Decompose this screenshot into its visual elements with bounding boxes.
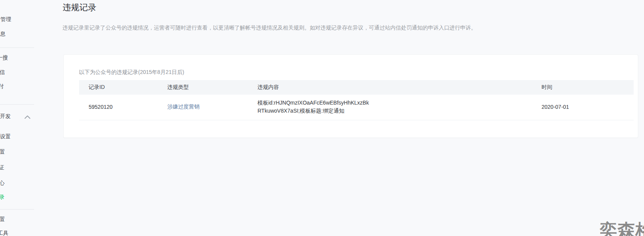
- cell-time: 2020-07-01: [532, 95, 634, 120]
- violation-records-card: 以下为公众号的违规记录(2015年8月21日后) 记录ID 违规类型 违规内容 …: [63, 54, 638, 138]
- watermark-logo: 奕森格: [599, 219, 644, 236]
- col-header-record-id: 记录ID: [79, 80, 158, 95]
- records-subtitle: 以下为公众号的违规记录(2015年8月21日后): [79, 69, 184, 76]
- violation-content-line-2: RTkuwoV8X7aSI;模板标题:绑定通知: [258, 107, 532, 115]
- col-header-violation-content: 违规内容: [248, 80, 532, 95]
- main-content: 违规记录 违规记录里记录了公众号的违规情况，运营者可随时进行查看，以更清晰了解帐…: [0, 0, 644, 236]
- col-header-violation-type: 违规类型: [158, 80, 248, 95]
- table-row: 59520120 涉嫌过度营销 模板id:rHJNQmzIXOaAFcE6wEB…: [79, 95, 634, 120]
- page-title: 违规记录: [63, 2, 96, 13]
- violation-records-table: 记录ID 违规类型 违规内容 时间 59520120 涉嫌过度营销 模板id:r…: [79, 80, 634, 120]
- cell-violation-type: 涉嫌过度营销: [158, 95, 248, 120]
- violation-type-link[interactable]: 涉嫌过度营销: [167, 103, 200, 110]
- violation-content-line-1: 模板id:rHJNQmzIXOaAFcE6wEBfsyHhKLxzBk: [258, 99, 532, 107]
- table-header-row: 记录ID 违规类型 违规内容 时间: [79, 80, 634, 95]
- page-description: 违规记录里记录了公众号的违规情况，运营者可随时进行查看，以更清晰了解帐号违规情况…: [63, 25, 476, 31]
- col-header-time: 时间: [532, 80, 634, 95]
- cell-violation-content: 模板id:rHJNQmzIXOaAFcE6wEBfsyHhKLxzBk RTku…: [248, 95, 532, 120]
- cell-record-id: 59520120: [79, 95, 158, 120]
